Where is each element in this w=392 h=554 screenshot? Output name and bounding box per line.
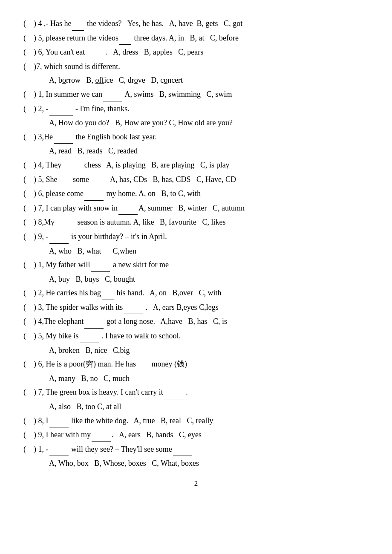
paren-close: ) 4,The elephant xyxy=(34,315,84,328)
answer-blank[interactable] xyxy=(91,258,110,272)
paren-close: ) 9, - xyxy=(34,230,49,243)
paren-close: ) 1, In summer we can xyxy=(34,88,102,101)
paren-space xyxy=(26,216,34,229)
options-line: A, also B, too C, at all xyxy=(49,400,369,413)
answer-blank-2[interactable] xyxy=(173,443,192,456)
options-line: A, broken B, nice C,big xyxy=(49,344,369,357)
options-line: A, many B, no C, much xyxy=(49,372,369,385)
question-text: money (钱) xyxy=(150,358,187,371)
answer-blank[interactable] xyxy=(62,159,81,172)
paren-space xyxy=(26,315,34,328)
question-line: ( ) 5, My bike is . I have to walk to sc… xyxy=(23,329,369,343)
question-line: ( ) 4, They chess A, is playing B, are p… xyxy=(23,159,369,172)
options-line: A, borrow B, office C, drove D, concert xyxy=(49,74,369,87)
answer-blank[interactable] xyxy=(58,173,70,187)
page-number: 2 xyxy=(23,478,369,490)
paren-close: ) 1, My father will xyxy=(34,258,90,271)
paren-space xyxy=(26,358,34,371)
answer-blank[interactable] xyxy=(103,88,122,101)
answer-blank[interactable] xyxy=(54,130,73,144)
answer-blank[interactable] xyxy=(49,102,73,116)
question-text: . A, ears B,eyes C,legs xyxy=(144,301,218,314)
options-line: A, How do you do? B, How are you? C, How… xyxy=(49,116,369,130)
paren-close: ) 3, The spider walks with its xyxy=(34,301,123,314)
paren-close: ) 5, She xyxy=(34,173,58,186)
paren-close: ) 8, I xyxy=(34,414,49,427)
paren-space xyxy=(26,202,34,215)
question-line: ( ) 4 ,- Has he the videos? –Yes, he has… xyxy=(23,17,369,31)
paren-space xyxy=(26,32,34,45)
question-line: ( ) 1, In summer we can A, swims B, swim… xyxy=(23,88,369,101)
answer-blank[interactable] xyxy=(137,358,149,371)
question-text: A, summer B, winter C, autumn xyxy=(138,202,245,215)
answer-blank[interactable] xyxy=(92,428,111,442)
paren-space xyxy=(26,428,34,441)
paren-close: ) 2, He carries his bag xyxy=(34,286,101,300)
paren-close: ) 8,My xyxy=(34,216,55,229)
options-line: A, who B, what C,when xyxy=(49,245,369,258)
paren-space xyxy=(26,102,34,115)
answer-blank[interactable] xyxy=(49,230,69,244)
paren-space xyxy=(26,258,34,271)
question-text: . xyxy=(184,386,188,399)
paren-close: ) 5, please return the videos xyxy=(34,32,118,45)
answer-blank[interactable] xyxy=(164,386,183,399)
question-text: three days. A, in B, at C, before xyxy=(132,32,239,45)
question-text: a new skirt for me xyxy=(111,258,168,271)
paren-close: ) 4, They xyxy=(34,159,61,172)
question-text: got a long nose. A,have B, has C, is xyxy=(104,315,227,328)
question-line: ( ) 9, I hear with my . A, ears B, hands… xyxy=(23,428,369,442)
question-line: ( )7, which sound is different. xyxy=(23,60,369,73)
question-line: ( ) 9, - is your birthday? – it's in Apr… xyxy=(23,230,369,244)
paren-space xyxy=(26,173,34,186)
options-line: A, read B, reads C, readed xyxy=(49,144,369,158)
answer-blank[interactable] xyxy=(72,17,84,31)
paren-close: ) 3,He xyxy=(34,130,53,144)
answer-blank[interactable] xyxy=(49,443,69,456)
answer-blank[interactable] xyxy=(119,32,131,45)
answer-blank[interactable] xyxy=(84,187,104,201)
question-line: ( ) 6, please come my home. A, on B, to … xyxy=(23,187,369,201)
question-line: ( ) 8,My season is autumn. A, like B, fa… xyxy=(23,216,369,229)
answer-blank[interactable] xyxy=(118,202,138,215)
answer-blank[interactable] xyxy=(84,315,104,329)
answer-blank[interactable] xyxy=(124,301,143,315)
question-text: will they see? – They'll see some xyxy=(69,443,172,456)
answer-blank[interactable] xyxy=(49,414,69,428)
question-text: the videos? –Yes, he has. A, have B, get… xyxy=(85,17,242,30)
question-line: ( ) 1, My father will a new skirt for me xyxy=(23,258,369,272)
paren-close: ) 7, The green box is heavy. I can't car… xyxy=(34,386,163,399)
answer-blank[interactable] xyxy=(102,286,114,300)
paren-space xyxy=(26,159,34,172)
question-line: ( ) 2, He carries his bag his hand. A, o… xyxy=(23,286,369,300)
answer-blank[interactable] xyxy=(55,216,75,229)
question-text: his hand. A, on B,over C, with xyxy=(115,286,222,300)
answer-blank[interactable] xyxy=(86,46,105,59)
paren-close: ) 9, I hear with my xyxy=(34,428,91,441)
question-text: season is autumn. A, like B, favourite C… xyxy=(75,216,225,229)
question-line: ( ) 6, He is a poor(穷) man. He has money… xyxy=(23,358,369,371)
question-text: . A, ears B, hands C, eyes xyxy=(112,428,202,441)
paren-close: ) 7, I can play with snow in xyxy=(34,202,118,215)
question-text: . A, dress B, apples C, pears xyxy=(106,46,203,59)
question-text: - I'm fine, thanks. xyxy=(74,102,130,115)
answer-blank[interactable] xyxy=(80,329,99,343)
question-line: ( ) 4,The elephant got a long nose. A,ha… xyxy=(23,315,369,329)
paren-space xyxy=(26,46,34,59)
options-line: A, buy B, buys C, bought xyxy=(49,273,369,286)
paren-close: )7, which sound is different. xyxy=(34,60,120,73)
answer-blank-2[interactable] xyxy=(90,173,109,187)
paren-space xyxy=(26,329,34,343)
paren-space xyxy=(26,60,34,73)
paren-space xyxy=(26,17,34,30)
question-text: is your birthday? – it's in April. xyxy=(69,230,167,243)
options-line: A, Who, box B, Whose, boxes C, What, box… xyxy=(49,457,369,470)
question-text: my home. A, on B, to C, with xyxy=(104,187,201,200)
paren-space xyxy=(26,386,34,399)
question-text: the English book last year. xyxy=(74,130,157,144)
paren-close: ) 6, He is a poor(穷) man. He has xyxy=(34,358,136,371)
paren-space xyxy=(26,286,34,300)
paren-space xyxy=(26,88,34,101)
question-text: like the white dog. A, true B, real C, r… xyxy=(69,414,213,427)
question-line: ( ) 1, - will they see? – They'll see so… xyxy=(23,443,369,456)
